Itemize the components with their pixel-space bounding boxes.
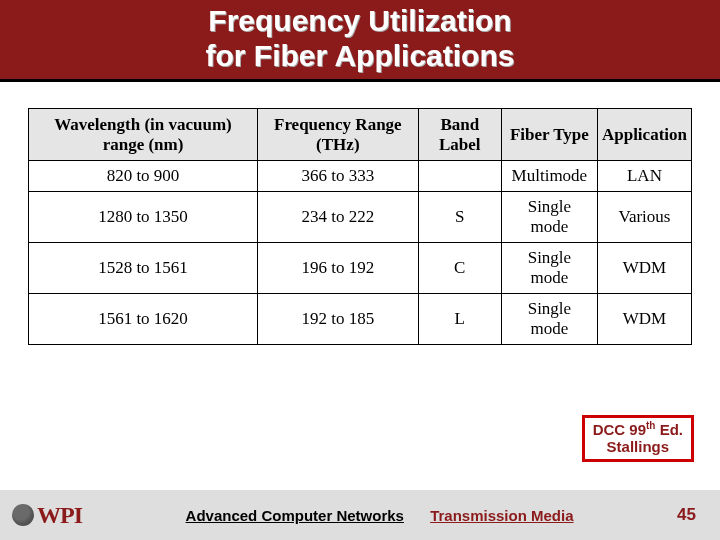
cell-frequency: 234 to 222: [258, 192, 419, 243]
slide-content: Wavelength (in vacuum) range (nm) Freque…: [0, 82, 720, 345]
cell-wavelength: 1528 to 1561: [29, 243, 258, 294]
cell-fiber: Single mode: [501, 192, 597, 243]
wpi-logo-icon: [12, 504, 34, 526]
credit-line-2: Stallings: [593, 438, 683, 455]
cell-frequency: 366 to 333: [258, 161, 419, 192]
col-band: Band Label: [418, 109, 501, 161]
table-header-row: Wavelength (in vacuum) range (nm) Freque…: [29, 109, 692, 161]
slide-number: 45: [677, 505, 696, 525]
frequency-table: Wavelength (in vacuum) range (nm) Freque…: [28, 108, 692, 345]
credit-box: DCC 99th Ed. Stallings: [582, 415, 694, 463]
col-fiber: Fiber Type: [501, 109, 597, 161]
table-row: 1528 to 1561 196 to 192 C Single mode WD…: [29, 243, 692, 294]
footer-topic: Transmission Media: [430, 507, 573, 524]
col-app: Application: [597, 109, 691, 161]
col-wavelength: Wavelength (in vacuum) range (nm): [29, 109, 258, 161]
cell-app: WDM: [597, 294, 691, 345]
cell-band: L: [418, 294, 501, 345]
cell-wavelength: 1280 to 1350: [29, 192, 258, 243]
footer-course: Advanced Computer Networks: [186, 507, 404, 524]
table-row: 1561 to 1620 192 to 185 L Single mode WD…: [29, 294, 692, 345]
cell-band: C: [418, 243, 501, 294]
slide-title: Frequency Utilization for Fiber Applicat…: [0, 4, 720, 73]
slide-header: Frequency Utilization for Fiber Applicat…: [0, 0, 720, 82]
wpi-logo: WPI: [12, 502, 82, 529]
cell-fiber: Single mode: [501, 243, 597, 294]
cell-app: WDM: [597, 243, 691, 294]
credit-line-1: DCC 99th Ed.: [593, 420, 683, 438]
title-line-2: for Fiber Applications: [206, 39, 515, 72]
cell-fiber: Single mode: [501, 294, 597, 345]
cell-wavelength: 820 to 900: [29, 161, 258, 192]
cell-app: Various: [597, 192, 691, 243]
slide-footer: WPI Advanced Computer Networks Transmiss…: [0, 490, 720, 540]
table-row: 820 to 900 366 to 333 Multimode LAN: [29, 161, 692, 192]
cell-band: [418, 161, 501, 192]
footer-center: Advanced Computer Networks Transmission …: [82, 507, 677, 524]
col-frequency: Frequency Range (THz): [258, 109, 419, 161]
cell-app: LAN: [597, 161, 691, 192]
cell-fiber: Multimode: [501, 161, 597, 192]
table-row: 1280 to 1350 234 to 222 S Single mode Va…: [29, 192, 692, 243]
wpi-logo-text: WPI: [37, 502, 82, 529]
cell-wavelength: 1561 to 1620: [29, 294, 258, 345]
title-line-1: Frequency Utilization: [208, 4, 511, 37]
cell-frequency: 196 to 192: [258, 243, 419, 294]
cell-band: S: [418, 192, 501, 243]
cell-frequency: 192 to 185: [258, 294, 419, 345]
